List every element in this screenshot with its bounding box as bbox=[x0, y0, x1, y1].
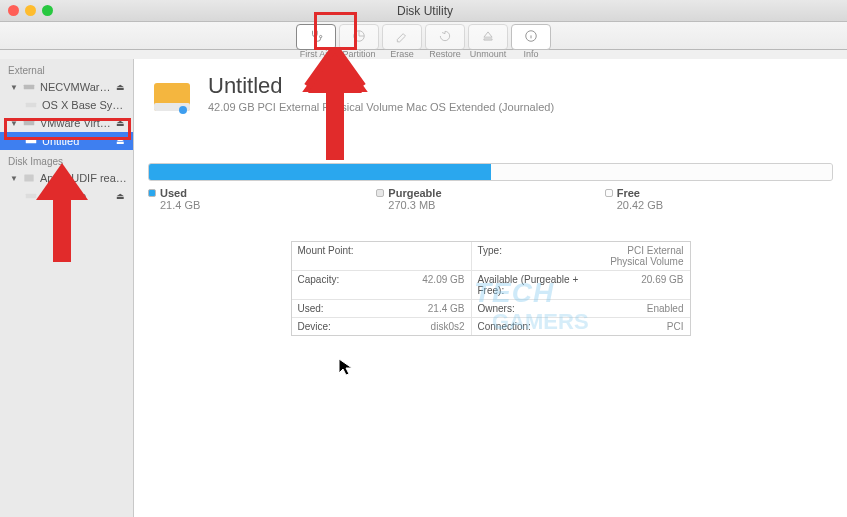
first-aid-button[interactable] bbox=[296, 24, 336, 50]
erase-icon bbox=[395, 29, 409, 45]
detail-value: PCI bbox=[592, 318, 690, 335]
detail-value: Enabled bbox=[592, 300, 690, 317]
detail-label: Type: bbox=[472, 242, 592, 270]
detail-label: Connection: bbox=[472, 318, 592, 335]
free-label: Free bbox=[617, 187, 640, 199]
disclosure-triangle-icon[interactable]: ▼ bbox=[10, 119, 18, 128]
restore-label: Restore bbox=[425, 49, 465, 59]
detail-label: Owners: bbox=[472, 300, 592, 317]
sidebar-header-external: External bbox=[0, 59, 133, 78]
detail-label: Used: bbox=[292, 300, 362, 317]
detail-value: PCI External Physical Volume bbox=[592, 242, 690, 270]
usage-bar-free bbox=[491, 164, 833, 180]
sidebar-item-disk[interactable]: ▼ NECVMWar VM… ⏏ bbox=[0, 78, 133, 96]
volume-large-icon bbox=[148, 73, 196, 121]
info-label: Info bbox=[511, 49, 551, 59]
mouse-cursor-icon bbox=[338, 358, 354, 379]
sidebar-item-label: NECVMWar VM… bbox=[40, 81, 112, 93]
detail-label: Capacity: bbox=[292, 271, 362, 299]
svg-rect-5 bbox=[24, 121, 35, 126]
disclosure-triangle-icon[interactable]: ▼ bbox=[10, 83, 18, 92]
toolbar bbox=[0, 22, 847, 50]
sidebar-item-volume-selected[interactable]: Untitled ⏏ bbox=[0, 132, 133, 150]
eject-icon[interactable]: ⏏ bbox=[116, 82, 129, 92]
details-table: Mount Point: Type: PCI External Physical… bbox=[291, 241, 691, 336]
detail-label: Available (Purgeable + Free): bbox=[472, 271, 592, 299]
sidebar-item-label: Untitled bbox=[42, 135, 112, 147]
drive-icon bbox=[22, 116, 36, 130]
sidebar-item-disk-image[interactable]: ▼ Apple UDIF read-o… bbox=[0, 169, 133, 187]
svg-point-0 bbox=[320, 35, 322, 37]
eject-icon bbox=[481, 29, 495, 45]
volume-icon bbox=[24, 189, 38, 203]
svg-rect-7 bbox=[24, 175, 33, 182]
partition-label: Partition bbox=[339, 49, 379, 59]
content-pane: Untitled 42.09 GB PCI External Physical … bbox=[134, 59, 847, 517]
sidebar-item-label: OS X Base Sy… bbox=[42, 99, 129, 111]
erase-button[interactable] bbox=[382, 24, 422, 50]
svg-rect-4 bbox=[26, 103, 37, 108]
sidebar-item-volume[interactable]: OS X Base Sy… bbox=[0, 96, 133, 114]
eject-icon[interactable]: ⏏ bbox=[116, 191, 129, 201]
used-value: 21.4 GB bbox=[160, 199, 376, 211]
first-aid-label: First Aid bbox=[296, 49, 336, 59]
detail-value: disk0s2 bbox=[362, 318, 472, 335]
purgeable-value: 270.3 MB bbox=[388, 199, 604, 211]
detail-label: Device: bbox=[292, 318, 362, 335]
purgeable-label: Purgeable bbox=[388, 187, 441, 199]
svg-rect-8 bbox=[26, 194, 37, 199]
svg-rect-6 bbox=[26, 139, 37, 144]
detail-value: 20.69 GB bbox=[592, 271, 690, 299]
detail-value: 42.09 GB bbox=[362, 271, 472, 299]
sidebar-item-label: Evernote bbox=[42, 190, 112, 202]
sidebar-item-label: Apple UDIF read-o… bbox=[40, 172, 129, 184]
sidebar: External ▼ NECVMWar VM… ⏏ OS X Base Sy… … bbox=[0, 59, 134, 517]
dmg-icon bbox=[22, 171, 36, 185]
restore-icon bbox=[438, 29, 452, 45]
svg-point-11 bbox=[179, 106, 187, 114]
volume-name: Untitled bbox=[208, 73, 554, 99]
usage-bar-used bbox=[149, 164, 491, 180]
sidebar-item-label: VMware Virtual SA… bbox=[40, 117, 112, 129]
used-label: Used bbox=[160, 187, 187, 199]
info-icon bbox=[524, 29, 538, 45]
disclosure-triangle-icon[interactable]: ▼ bbox=[10, 174, 18, 183]
detail-value bbox=[362, 242, 472, 270]
stethoscope-icon bbox=[309, 29, 323, 45]
usage-bar bbox=[148, 163, 833, 181]
drive-icon bbox=[22, 80, 36, 94]
svg-rect-3 bbox=[24, 85, 35, 90]
erase-label: Erase bbox=[382, 49, 422, 59]
detail-value: 21.4 GB bbox=[362, 300, 472, 317]
info-button[interactable] bbox=[511, 24, 551, 50]
unmount-label: Unmount bbox=[468, 49, 508, 59]
volume-icon bbox=[24, 98, 38, 112]
eject-icon[interactable]: ⏏ bbox=[116, 136, 129, 146]
window-title: Disk Utility bbox=[3, 4, 847, 18]
pie-icon bbox=[352, 29, 366, 45]
volume-icon bbox=[24, 134, 38, 148]
partition-button[interactable] bbox=[339, 24, 379, 50]
free-value: 20.42 GB bbox=[617, 199, 833, 211]
restore-button[interactable] bbox=[425, 24, 465, 50]
window-titlebar: Disk Utility bbox=[0, 0, 847, 22]
sidebar-item-disk[interactable]: ▼ VMware Virtual SA… ⏏ bbox=[0, 114, 133, 132]
unmount-button[interactable] bbox=[468, 24, 508, 50]
volume-subtitle: 42.09 GB PCI External Physical Volume Ma… bbox=[208, 101, 554, 113]
sidebar-header-disk-images: Disk Images bbox=[0, 150, 133, 169]
detail-label: Mount Point: bbox=[292, 242, 362, 270]
toolbar-labels: First Aid Partition Erase Restore Unmoun… bbox=[0, 49, 847, 59]
sidebar-item-volume[interactable]: Evernote ⏏ bbox=[0, 187, 133, 205]
eject-icon[interactable]: ⏏ bbox=[116, 118, 129, 128]
